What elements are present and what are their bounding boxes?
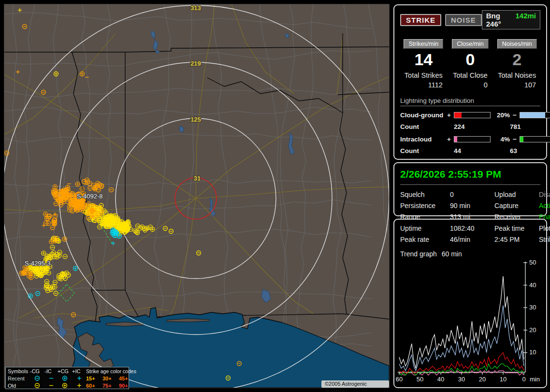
datetime-display: 2/26/2026 2:55:19 PM xyxy=(400,165,540,185)
total-strikes-label: Total Strikes xyxy=(405,71,443,79)
trend-box: Uptime 1082:40 Peak time Plot Peak rate … xyxy=(393,219,547,388)
plot-value: Strike xyxy=(539,236,550,243)
squelch-label: Squelch xyxy=(400,191,450,198)
persistence-label: Persistence xyxy=(400,202,450,210)
storm-cell-label: S-4092-8 xyxy=(77,193,102,200)
noises-per-min-group: Noises/min 2 xyxy=(493,39,540,70)
bearing-value: Bng 246° xyxy=(486,12,509,28)
trend-graph-window: 60 min xyxy=(442,250,462,258)
minus-sign: − xyxy=(513,136,520,143)
range-ring-label: 125 xyxy=(190,116,201,123)
upload-label: Upload xyxy=(494,191,539,198)
noises-per-min-value: 2 xyxy=(493,50,540,70)
strike-legend: Symbols -CG -IC +CG +IC Strike age color… xyxy=(5,367,129,389)
circle-plus-icon xyxy=(58,375,72,381)
trend-graph-label: Trend graph xyxy=(400,250,437,258)
total-strikes: Total Strikes 1112 xyxy=(405,71,443,89)
trend-chart: 50403020106050403020100min xyxy=(395,260,546,386)
strike-symbol xyxy=(35,376,40,380)
cloud-ground-label: Cloud-ground xyxy=(400,112,447,119)
receiver-status-grid: Squelch 0 Upload Disabled Persistence 90… xyxy=(400,191,540,221)
svg-text:10: 10 xyxy=(529,349,536,356)
age-code-30: 30+ xyxy=(102,376,119,381)
total-noises-label: Total Noises xyxy=(498,71,536,79)
strike-symbol xyxy=(35,383,40,388)
range-ring-label: 219 xyxy=(190,60,201,67)
range-ring-label: 313 xyxy=(190,4,201,12)
peak-rate-label: Peak rate xyxy=(400,236,450,243)
svg-text:0: 0 xyxy=(522,376,525,383)
svg-text:30: 30 xyxy=(529,304,536,311)
legend-col-pos-cg: +CG xyxy=(58,368,72,374)
legend-row-old-label: Old xyxy=(8,383,30,389)
strike-symbol xyxy=(77,384,81,388)
legend-col-pos-ic: +IC xyxy=(72,368,86,374)
noise-toggle-button[interactable]: NOISE xyxy=(445,14,482,26)
legend-age-header: Strike age color codes xyxy=(86,368,135,374)
plus-icon xyxy=(72,382,86,389)
plus-icon xyxy=(72,375,86,381)
ic-minus-bar xyxy=(520,136,550,142)
persistence-value: 90 min xyxy=(450,202,494,210)
peak-rate-value: 46/min xyxy=(450,236,494,243)
strikes-per-min-chip[interactable]: Strikes/min xyxy=(404,39,443,49)
capture-value: Active xyxy=(539,202,550,210)
legend-col-neg-cg: -CG xyxy=(30,368,44,374)
strike-symbol xyxy=(63,376,67,380)
cg-plus-pct: 20% xyxy=(491,112,513,119)
ic-plus-count: 44 xyxy=(454,147,510,154)
strike-toggle-button[interactable]: STRIKE xyxy=(400,14,441,26)
ic-plus-bar xyxy=(454,136,491,142)
peak-time-label: Peak time xyxy=(494,224,539,232)
svg-text:min: min xyxy=(530,376,540,383)
minus-icon xyxy=(44,375,58,381)
legend-row-recent-label: Recent xyxy=(8,376,30,381)
uptime-grid: Uptime 1082:40 Peak time Plot Peak rate … xyxy=(400,224,540,243)
peak-time-value: 2:45 PM xyxy=(494,236,539,243)
svg-text:60: 60 xyxy=(396,376,403,383)
count-label: Count xyxy=(400,123,454,130)
circle-plus-icon xyxy=(58,382,72,389)
strikes-per-min-value: 14 xyxy=(400,50,447,70)
total-noises-value: 107 xyxy=(498,81,536,89)
plot-label: Plot xyxy=(539,224,550,232)
squelch-value: 0 xyxy=(450,191,494,198)
upload-value: Disabled xyxy=(539,191,550,198)
svg-text:20: 20 xyxy=(529,326,536,334)
trend-graph-row: Trend graph 60 min xyxy=(400,250,540,258)
close-per-min-chip[interactable]: Close/min xyxy=(452,39,489,49)
plus-sign: + xyxy=(447,112,454,119)
count-label: Count xyxy=(400,147,454,154)
strike-symbol xyxy=(63,383,67,388)
intracloud-label: Intracloud xyxy=(400,136,447,143)
ic-minus-count: 63 xyxy=(510,147,540,154)
total-close-label: Total Close xyxy=(453,71,488,79)
map-canvas[interactable]: 31321912531S-4092-8S-4295-3 xyxy=(4,4,389,388)
range-ring-label: 31 xyxy=(194,175,201,182)
svg-text:40: 40 xyxy=(529,281,536,289)
capture-label: Capture xyxy=(494,202,539,210)
age-code-90: 90+ xyxy=(119,383,135,389)
cloud-ground-count-row: Count 224 781 xyxy=(400,123,540,130)
circle-minus-icon xyxy=(30,382,44,389)
age-code-45: 45+ xyxy=(119,376,135,381)
plus-sign: + xyxy=(447,136,454,143)
legend-col-neg-ic: -IC xyxy=(44,368,58,374)
svg-text:20: 20 xyxy=(479,376,486,383)
cg-plus-bar xyxy=(454,112,491,118)
svg-text:50: 50 xyxy=(529,260,536,266)
total-close: Total Close 0 xyxy=(453,71,488,89)
map-panel: 31321912531S-4092-8S-4295-3 Symbols -CG … xyxy=(4,4,390,388)
close-per-min-group: Close/min 0 xyxy=(447,39,494,70)
total-close-value: 0 xyxy=(453,81,488,89)
cg-minus-count: 781 xyxy=(510,123,540,130)
copyright-text: ©2005 Astrogenic Systems xyxy=(321,380,389,388)
svg-text:10: 10 xyxy=(500,376,507,383)
total-noises: Total Noises 107 xyxy=(498,71,536,89)
cg-minus-bar xyxy=(520,112,550,118)
strikes-per-min-group: Strikes/min 14 xyxy=(400,39,447,70)
noises-per-min-chip[interactable]: Noises/min xyxy=(497,39,537,49)
uptime-label: Uptime xyxy=(400,224,450,232)
svg-text:40: 40 xyxy=(437,376,444,383)
uptime-value: 1082:40 xyxy=(450,224,494,232)
